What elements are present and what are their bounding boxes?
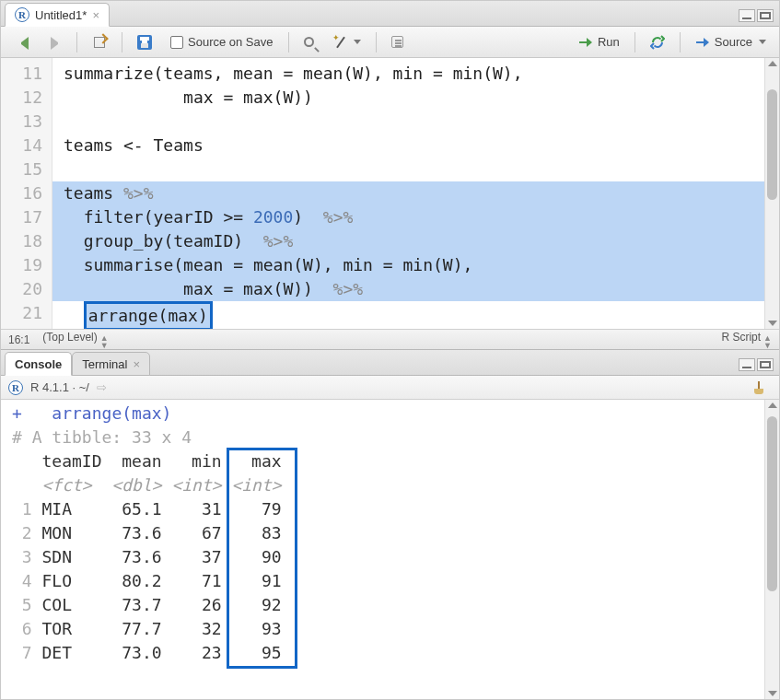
code-content[interactable]: summarize(teams, mean = mean(W), min = m… bbox=[52, 58, 779, 329]
code-line: teams <- Teams bbox=[64, 135, 204, 155]
editor-toolbar: Source on Save Run Source bbox=[1, 27, 779, 58]
console-echo-command: arrange(max) bbox=[52, 403, 171, 423]
console-info-bar: R R 4.1.1 · ~/ ⇨ bbox=[1, 376, 779, 400]
console-tab[interactable]: Console bbox=[5, 352, 72, 376]
tibble-summary: # A tibble: 33 x 4 bbox=[12, 426, 779, 449]
console-tab-label: Console bbox=[15, 357, 62, 371]
table-row: 1 MIA 65.1 31 79 bbox=[12, 497, 779, 521]
editor-tab-title: Untitled1* bbox=[35, 8, 87, 22]
arrow-left-icon bbox=[14, 35, 29, 50]
source-button[interactable]: Source bbox=[690, 32, 772, 52]
editor-statusbar: 16:1 (Top Level)▲▼ R Script▲▼ bbox=[1, 329, 779, 349]
checkbox-icon bbox=[170, 36, 183, 49]
maximize-pane-button[interactable] bbox=[757, 358, 774, 371]
source-editor-pane: R Untitled1* × Source on Save bbox=[1, 1, 779, 350]
source-arrow-icon bbox=[695, 35, 710, 50]
rerun-button[interactable] bbox=[645, 32, 670, 52]
run-arrow-icon bbox=[578, 35, 593, 50]
code-line: max = max(W)) bbox=[64, 88, 313, 107]
maximize-pane-button[interactable] bbox=[757, 9, 774, 22]
source-on-save-label: Source on Save bbox=[188, 35, 274, 49]
find-replace-button[interactable] bbox=[298, 34, 320, 50]
editor-vertical-scrollbar[interactable] bbox=[764, 58, 779, 329]
console-tabbar: Console Terminal × bbox=[1, 350, 779, 376]
clear-console-button[interactable] bbox=[746, 378, 772, 398]
table-row: 4 FLO 80.2 71 91 bbox=[12, 569, 779, 593]
pane-window-buttons bbox=[733, 6, 779, 26]
close-icon[interactable]: × bbox=[92, 8, 99, 22]
run-button[interactable]: Run bbox=[573, 32, 625, 52]
table-row: 3 SDN 73.6 37 90 bbox=[12, 545, 779, 569]
terminal-tab[interactable]: Terminal × bbox=[72, 352, 150, 376]
broom-icon bbox=[751, 380, 766, 395]
wand-icon bbox=[332, 35, 347, 50]
arrow-right-icon bbox=[47, 35, 62, 50]
run-label: Run bbox=[598, 35, 620, 49]
save-button[interactable] bbox=[132, 32, 157, 52]
console-pane: Console Terminal × R R 4.1.1 · ~/ ⇨ + ar… bbox=[1, 350, 779, 699]
terminal-tab-label: Terminal bbox=[82, 357, 127, 371]
scroll-down-icon[interactable] bbox=[768, 691, 777, 696]
table-row: 5 COL 73.7 26 92 bbox=[12, 593, 779, 617]
minimize-pane-button[interactable] bbox=[739, 9, 755, 22]
code-editor[interactable]: 11 12 13 14 15 16 17 18 19 20 21 summari… bbox=[1, 58, 779, 329]
code-tools-button[interactable] bbox=[327, 32, 367, 52]
table-row: 2 MON 73.6 67 83 bbox=[12, 521, 779, 545]
close-icon[interactable]: × bbox=[133, 357, 140, 371]
chevron-down-icon bbox=[759, 40, 766, 44]
rscript-file-icon: R bbox=[15, 7, 29, 22]
editor-tabbar: R Untitled1* × bbox=[1, 1, 779, 27]
rerun-icon bbox=[650, 35, 665, 50]
table-row: 6 TOR 77.7 32 93 bbox=[12, 617, 779, 641]
rstudio-app: R Untitled1* × Source on Save bbox=[0, 0, 780, 700]
scrollbar-thumb[interactable] bbox=[767, 89, 777, 200]
save-icon bbox=[137, 35, 152, 50]
outline-icon bbox=[391, 36, 403, 48]
line-gutter: 11 12 13 14 15 16 17 18 19 20 21 bbox=[1, 58, 52, 329]
nav-back-button[interactable] bbox=[8, 32, 34, 52]
outline-button[interactable] bbox=[386, 33, 409, 51]
pane-window-buttons bbox=[733, 355, 779, 375]
scope-selector[interactable]: (Top Level)▲▼ bbox=[42, 331, 108, 349]
search-icon bbox=[304, 37, 314, 47]
arrange-highlight-box: arrange(max) bbox=[84, 301, 213, 329]
column-types: <fct> <dbl> <int> <int> bbox=[12, 473, 779, 497]
editor-tab[interactable]: R Untitled1* × bbox=[5, 3, 110, 27]
column-headers: teamID mean min max bbox=[12, 449, 779, 473]
scroll-up-icon[interactable] bbox=[768, 61, 777, 66]
show-in-new-window-button[interactable] bbox=[87, 32, 112, 52]
chevron-down-icon bbox=[354, 40, 361, 44]
console-vertical-scrollbar[interactable] bbox=[764, 400, 779, 699]
source-on-save-toggle[interactable]: Source on Save bbox=[165, 32, 279, 52]
nav-forward-button[interactable] bbox=[41, 32, 67, 52]
table-row: 7 DET 73.0 23 95 bbox=[12, 641, 779, 665]
cursor-position: 16:1 bbox=[8, 333, 29, 346]
console-output[interactable]: + arrange(max) # A tibble: 33 x 4 teamID… bbox=[1, 400, 779, 699]
code-line: summarize(teams, mean = mean(W), min = m… bbox=[64, 64, 523, 83]
source-label: Source bbox=[715, 35, 752, 49]
scroll-down-icon[interactable] bbox=[768, 321, 777, 326]
r-logo-icon: R bbox=[8, 380, 23, 395]
scrollbar-thumb[interactable] bbox=[767, 416, 777, 591]
file-type-selector[interactable]: R Script▲▼ bbox=[721, 331, 772, 349]
r-version-path: R 4.1.1 · ~/ bbox=[30, 380, 89, 394]
popout-icon bbox=[92, 35, 107, 50]
minimize-pane-button[interactable] bbox=[739, 358, 755, 371]
scroll-up-icon[interactable] bbox=[768, 402, 777, 408]
code-line: teams bbox=[64, 183, 123, 203]
